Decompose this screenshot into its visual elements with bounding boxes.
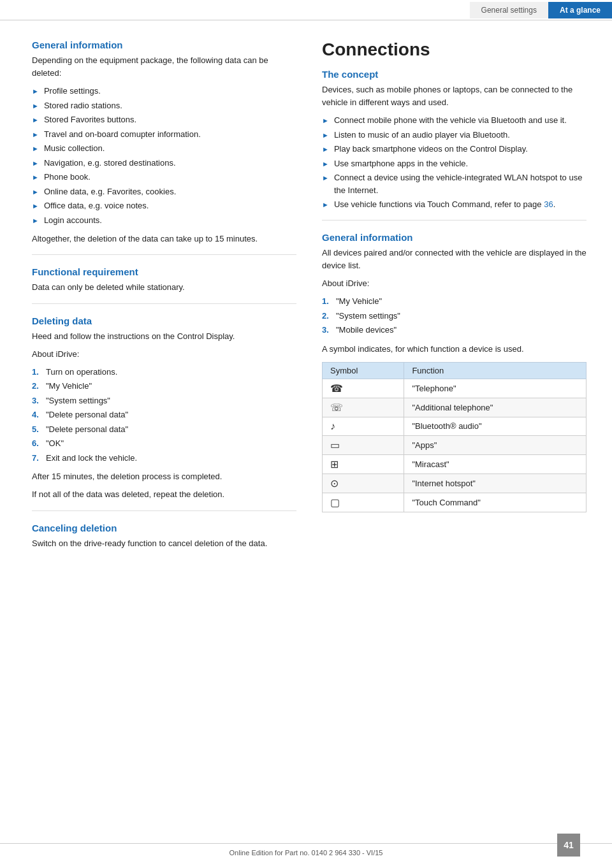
right-section2-title: General information: [322, 232, 586, 243]
num-label: 2.: [322, 310, 336, 322]
divider2: [32, 303, 296, 304]
symbol-table: Symbol Function ☎ "Telephone" ☏ "Additio…: [322, 362, 586, 512]
divider3: [32, 510, 296, 511]
num-label: 1.: [322, 295, 336, 308]
symbol-col-header: Symbol: [323, 362, 404, 379]
table-row: ♪ "Bluetooth® audio": [323, 417, 586, 435]
right-section2-text2: About iDrive:: [322, 277, 586, 290]
symbol-cell: ⊙: [323, 474, 404, 493]
list-item: 4."Delete personal data": [32, 409, 296, 421]
bullet-arrow-icon: ►: [322, 115, 329, 126]
left-section1-title: General information: [32, 40, 296, 50]
bullet-arrow-icon: ►: [32, 101, 39, 112]
symbol-icon: ⊞: [330, 459, 339, 470]
right-section1-intro: Devices, such as mobile phones or laptop…: [322, 83, 586, 109]
symbol-icon: ☏: [330, 402, 343, 413]
symbol-icon: ▢: [330, 497, 340, 508]
right-section1-bullet-list: ►Connect mobile phone with the vehicle v…: [322, 114, 586, 211]
list-item: ►Connect a device using the vehicle-inte…: [322, 171, 586, 196]
bullet-arrow-icon: ►: [32, 129, 39, 140]
page-link[interactable]: 36: [544, 199, 553, 209]
function-cell: "Additional telephone": [404, 398, 586, 417]
symbol-cell: ☎: [323, 379, 404, 398]
list-item: ►Use smartphone apps in the vehicle.: [322, 157, 586, 170]
list-item: 2."System settings": [322, 310, 586, 322]
symbol-icon: ☎: [330, 383, 343, 394]
list-item: ►Connect mobile phone with the vehicle v…: [322, 114, 586, 127]
list-item: 1."My Vehicle": [322, 295, 586, 308]
section3-numbered-list: 1.Turn on operations.2."My Vehicle"3."Sy…: [32, 366, 296, 465]
table-row: ☎ "Telephone": [323, 379, 586, 398]
symbol-icon: ▭: [330, 440, 340, 451]
function-col-header: Function: [404, 362, 586, 379]
list-item: ►Office data, e.g. voice notes.: [32, 199, 296, 212]
left-section4-title: Canceling deletion: [32, 523, 296, 533]
left-section2-text: Data can only be deleted while stationar…: [32, 281, 296, 294]
num-label: 1.: [32, 366, 46, 379]
table-row: ⊞ "Miracast": [323, 454, 586, 474]
function-cell: "Bluetooth® audio": [404, 417, 586, 435]
function-cell: "Miracast": [404, 454, 586, 474]
right-divider1: [322, 220, 586, 221]
left-section3-text1: Heed and follow the instructions on the …: [32, 330, 296, 343]
bullet-arrow-icon: ►: [32, 172, 39, 183]
list-item: ►Login accounts.: [32, 214, 296, 227]
bullet-arrow-icon: ►: [322, 199, 329, 210]
left-section3-text2: About iDrive:: [32, 348, 296, 361]
list-item: 2."My Vehicle": [32, 380, 296, 393]
bullet-arrow-icon: ►: [32, 86, 39, 97]
symbol-cell: ♪: [323, 417, 404, 435]
left-section1-intro: Depending on the equipment package, the …: [32, 54, 296, 80]
list-item: 1.Turn on operations.: [32, 366, 296, 379]
list-item: ►Use vehicle functions via Touch Command…: [322, 198, 586, 211]
bullet-arrow-icon: ►: [322, 130, 329, 141]
right-big-title: Connections: [322, 40, 586, 60]
right-section2-text1: All devices paired and/or connected with…: [322, 247, 586, 272]
left-section3-text4: If not all of the data was deleted, repe…: [32, 488, 296, 501]
function-cell: "Internet hotspot": [404, 474, 586, 493]
list-item: ►Navigation, e.g. stored destinations.: [32, 157, 296, 170]
list-item: ►Stored Favorites buttons.: [32, 113, 296, 126]
bullet-arrow-icon: ►: [32, 215, 39, 226]
page-number: 41: [557, 834, 580, 857]
left-section3-title: Deleting data: [32, 315, 296, 326]
list-item: ►Listen to music of an audio player via …: [322, 129, 586, 141]
symbol-icon: ♪: [330, 421, 335, 431]
bullet-arrow-icon: ►: [32, 201, 39, 212]
right-section2-text3: A symbol indicates, for which function a…: [322, 343, 586, 356]
symbol-cell: ▭: [323, 435, 404, 454]
num-label: 5.: [32, 423, 46, 436]
page-header: General settings At a glance: [0, 0, 612, 20]
list-item: ►Profile settings.: [32, 85, 296, 98]
list-item: ►Music collection.: [32, 142, 296, 155]
bullet-arrow-icon: ►: [32, 158, 39, 169]
list-item: ►Play back smartphone videos on the Cont…: [322, 143, 586, 156]
list-item: ►Phone book.: [32, 171, 296, 184]
tab-at-a-glance[interactable]: At a glance: [548, 2, 612, 18]
tab-general-settings[interactable]: General settings: [470, 2, 548, 18]
function-cell: "Touch Command": [404, 493, 586, 512]
bullet-arrow-icon: ►: [322, 173, 329, 184]
bullet-arrow-icon: ►: [32, 143, 39, 154]
num-label: 6.: [32, 437, 46, 450]
right-section1-title: The concept: [322, 69, 586, 80]
symbol-icon: ⊙: [330, 478, 339, 489]
footer-text: Online Edition for Part no. 0140 2 964 3…: [229, 849, 383, 857]
symbol-cell: ▢: [323, 493, 404, 512]
function-cell: "Apps": [404, 435, 586, 454]
symbol-cell: ⊞: [323, 454, 404, 474]
bullet-arrow-icon: ►: [32, 115, 39, 126]
table-row: ☏ "Additional telephone": [323, 398, 586, 417]
num-label: 4.: [32, 409, 46, 421]
main-content: General information Depending on the equ…: [0, 20, 612, 593]
right-numbered-list: 1."My Vehicle"2."System settings"3."Mobi…: [322, 295, 586, 336]
bullet-arrow-icon: ►: [322, 144, 329, 155]
bullet-arrow-icon: ►: [322, 159, 329, 170]
list-item: ►Online data, e.g. Favorites, cookies.: [32, 185, 296, 198]
num-label: 7.: [32, 452, 46, 465]
section1-bullet-list: ►Profile settings.►Stored radio stations…: [32, 85, 296, 226]
table-row: ▭ "Apps": [323, 435, 586, 454]
list-item: 7.Exit and lock the vehicle.: [32, 452, 296, 465]
table-row: ▢ "Touch Command": [323, 493, 586, 512]
function-cell: "Telephone": [404, 379, 586, 398]
